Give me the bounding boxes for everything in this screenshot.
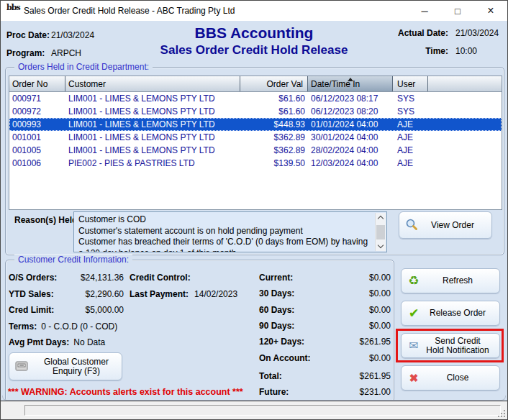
check-icon: ✔ <box>402 306 426 321</box>
send-credit-hold-notification-button[interactable]: ✉ Send Credit Hold Notification <box>401 333 500 358</box>
refresh-icon: ♻ <box>402 273 426 288</box>
aging-row: Current:$0.00 <box>259 270 391 286</box>
aging-row: 30 Days:$0.00 <box>259 286 391 301</box>
reason-scrollbar[interactable] <box>375 213 386 251</box>
view-order-button[interactable]: View Order <box>399 211 492 239</box>
card-file-icon <box>9 360 34 374</box>
time-label: Time: <box>389 46 448 56</box>
order-no-cell: 000972 <box>9 106 65 117</box>
os-orders-label: O/S Orders: <box>9 273 66 283</box>
proc-date-label: Proc Date: <box>6 27 51 45</box>
orders-table[interactable]: Order No Customer Order Val Date/Time In… <box>9 76 502 210</box>
order-no-cell: 001006 <box>9 158 65 168</box>
scroll-up-icon[interactable] <box>378 216 384 222</box>
actual-date-label: Actual Date: <box>389 28 448 38</box>
order-row[interactable]: 001001 LIM001 - LIMES & LEMONS PTY LTD $… <box>9 131 502 144</box>
maximize-button[interactable]: □ <box>441 1 474 21</box>
orders-held-section: Orders Held in Credit Department: Order … <box>5 67 504 255</box>
view-order-label: View Order <box>424 221 491 230</box>
aging-list: Current:$0.00 30 Days:$0.00 60 Days:$0.0… <box>259 270 391 400</box>
user-cell: SYS <box>393 93 428 104</box>
column-header-date-time-in[interactable]: Date/Time In <box>308 76 393 91</box>
send-notification-label: Send Credit Hold Notification <box>426 337 499 355</box>
order-val-cell: $362.89 <box>240 132 308 142</box>
aging-row: 120+ Days:$261.95 <box>259 334 391 350</box>
magnifier-icon <box>399 218 424 233</box>
scroll-down-icon[interactable] <box>378 242 384 248</box>
order-no-cell: 000971 <box>9 93 65 104</box>
titlebar: bbs Sales Order Credit Hold Release - AB… <box>1 1 507 21</box>
reason-held-label: Reason(s) Held: <box>14 215 80 225</box>
date-time-in-cell: 28/02/2024 04:00 <box>308 145 393 155</box>
customer-credit-section: Customer Credit Information: O/S Orders:… <box>5 260 394 402</box>
proc-date-value: 21/03/2024 <box>51 30 94 40</box>
avg-pmt-value: No Data <box>73 337 105 347</box>
credit-control-label: Credit Control: <box>130 273 191 283</box>
order-row[interactable]: 000972 LIM001 - LIMES & LEMONS PTY LTD $… <box>9 105 502 118</box>
status-bar <box>1 401 507 419</box>
date-time-in-cell: 06/12/2023 08:17 <box>308 93 393 104</box>
order-row[interactable]: 001006 PIE002 - PIES & PASTRIES LTD $139… <box>9 157 502 170</box>
order-no-cell: 001005 <box>9 145 65 155</box>
aging-row: 90 Days:$0.00 <box>259 318 391 334</box>
aging-row: On Account:$0.00 <box>259 350 391 365</box>
scrollbar-thumb[interactable] <box>376 225 385 239</box>
order-row[interactable]: 000971 LIM001 - LIMES & LEMONS PTY LTD $… <box>9 92 502 105</box>
date-time-in-cell: 12/03/2024 04:00 <box>308 158 393 168</box>
reason-held-textbox[interactable]: Customer is COD Customer's statement acc… <box>73 211 387 252</box>
column-header-customer[interactable]: Customer <box>65 76 240 91</box>
user-cell: AJE <box>393 132 428 142</box>
last-payment-value: 14/02/2023 <box>194 289 237 299</box>
minimize-button[interactable]: ─ <box>408 1 441 21</box>
customer-cell: LIM001 - LIMES & LEMONS PTY LTD <box>65 145 240 155</box>
reason-held-text: Customer is COD Customer's statement acc… <box>74 212 386 252</box>
status-panel <box>24 405 501 416</box>
global-enquiry-label: Global Customer Enquiry (F3) <box>34 357 122 376</box>
refresh-button[interactable]: ♻ Refresh <box>401 268 500 293</box>
customer-cell: PIE002 - PIES & PASTRIES LTD <box>65 158 240 168</box>
header-titles: BBS Accounting Sales Order Credit Hold R… <box>130 24 378 58</box>
order-no-cell: 001001 <box>9 132 65 142</box>
credit-stats-mid: Credit Control: Last Payment:14/02/2023 <box>130 270 237 302</box>
release-order-label: Release Order <box>426 309 499 318</box>
refresh-label: Refresh <box>426 276 499 286</box>
orders-section-title: Orders Held in Credit Department: <box>14 62 153 72</box>
program-label: Program: <box>6 45 51 63</box>
column-header-user[interactable]: User <box>393 76 428 91</box>
close-button[interactable]: ✖ Close <box>401 365 500 391</box>
terms-value: 0 - C.O.D (0 - COD) <box>41 321 117 332</box>
actual-date-value: 21/03/2024 <box>448 28 500 38</box>
column-header-order-val[interactable]: Order Val <box>240 76 308 91</box>
close-window-button[interactable]: × <box>474 1 507 21</box>
order-val-cell: $61.60 <box>240 93 308 104</box>
release-order-button[interactable]: ✔ Release Order <box>401 301 500 326</box>
order-row[interactable]: 001005 LIM001 - LIMES & LEMONS PTY LTD $… <box>9 144 502 157</box>
os-orders-value: $24,131.36 <box>66 273 124 283</box>
screen-title: Sales Order Credit Hold Release <box>130 43 378 58</box>
close-label: Close <box>426 373 499 383</box>
user-cell: AJE <box>393 158 428 168</box>
avg-pmt-label: Avg Pmt Days: <box>9 337 69 347</box>
aging-row: 60 Days:$0.00 <box>259 302 391 318</box>
column-header-filler <box>428 76 502 91</box>
sort-ascending-icon <box>348 78 353 81</box>
user-cell: AJE <box>393 145 428 155</box>
global-customer-enquiry-button[interactable]: Global Customer Enquiry (F3) <box>9 352 122 380</box>
resize-grip[interactable] <box>497 409 506 418</box>
date-time-in-cell: 01/01/2024 04:00 <box>308 119 393 129</box>
order-val-cell: $61.60 <box>240 106 308 117</box>
order-row-selected[interactable]: 000993 LIM001 - LIMES & LEMONS PTY LTD $… <box>9 118 502 131</box>
aging-row-total: Total:$261.95 <box>259 368 391 384</box>
order-no-cell: 000993 <box>9 119 65 129</box>
user-cell: AJE <box>393 119 428 129</box>
credit-section-title: Customer Credit Information: <box>14 255 132 265</box>
ytd-sales-label: YTD Sales: <box>9 289 66 299</box>
date-time-in-cell: 30/01/2024 04:00 <box>308 132 393 142</box>
envelope-icon: ✉ <box>402 339 426 352</box>
column-header-order-no[interactable]: Order No <box>9 76 65 91</box>
customer-cell: LIM001 - LIMES & LEMONS PTY LTD <box>65 119 240 129</box>
customer-cell: LIM001 - LIMES & LEMONS PTY LTD <box>65 106 240 117</box>
cred-limit-label: Cred Limit: <box>9 305 66 315</box>
window-controls: ─ □ × <box>408 1 507 21</box>
date-time-in-cell: 06/12/2023 08:20 <box>308 106 393 117</box>
